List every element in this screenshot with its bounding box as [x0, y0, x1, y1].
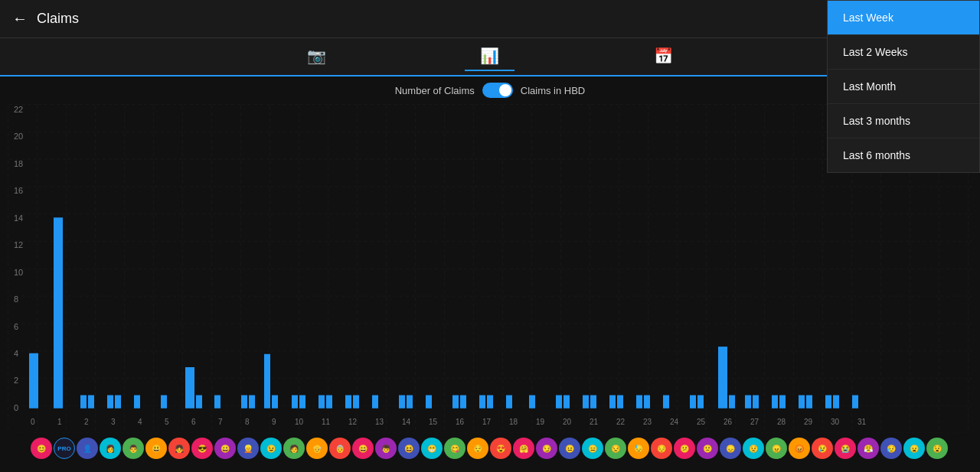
avatars-row: 😊PRO👤👩👨😃👧😎😀👱😉🧑👴👵😄👦😆😁😋😌😍🤗😏😐😑😒😓😔😕🙁😞😟😠😡😢😭😤😥…: [0, 433, 980, 464]
avatar: 😄: [352, 438, 374, 459]
svg-text:30: 30: [831, 418, 839, 426]
dropdown-item-last-3-months[interactable]: Last 3 months: [828, 104, 979, 138]
dropdown-item-last-2-weeks[interactable]: Last 2 Weeks: [828, 35, 979, 70]
svg-text:17: 17: [482, 418, 491, 426]
svg-rect-73: [487, 396, 493, 409]
toolbar-item-chart[interactable]: 📊: [465, 44, 514, 71]
avatar: 😑: [582, 438, 603, 459]
svg-rect-49: [107, 396, 113, 409]
svg-text:10: 10: [14, 267, 23, 276]
svg-rect-72: [479, 396, 485, 409]
svg-rect-95: [825, 396, 831, 409]
calendar-icon: 📅: [654, 47, 673, 65]
svg-rect-59: [272, 396, 278, 409]
svg-rect-84: [663, 396, 669, 409]
svg-text:5: 5: [165, 418, 169, 426]
svg-rect-82: [636, 396, 642, 409]
svg-text:27: 27: [750, 418, 759, 426]
svg-rect-77: [564, 396, 570, 409]
svg-text:20: 20: [563, 418, 571, 426]
svg-text:31: 31: [858, 418, 866, 426]
svg-rect-90: [753, 396, 759, 409]
avatar: 😀: [214, 438, 236, 459]
svg-text:12: 12: [14, 240, 23, 249]
svg-rect-48: [88, 396, 94, 409]
svg-rect-46: [54, 217, 63, 408]
svg-text:8: 8: [245, 418, 250, 426]
avatar: 😌: [467, 438, 488, 459]
svg-text:7: 7: [218, 418, 223, 426]
avatar: 😠: [766, 438, 787, 459]
svg-rect-62: [318, 396, 325, 409]
svg-text:12: 12: [348, 418, 357, 426]
avatar: 😐: [559, 438, 580, 459]
avatar: 😋: [444, 438, 466, 459]
svg-text:25: 25: [697, 418, 705, 426]
avatar: 😟: [743, 438, 764, 459]
dropdown-item-last-week[interactable]: Last Week: [828, 1, 979, 35]
svg-rect-50: [115, 396, 121, 409]
svg-rect-60: [292, 396, 298, 409]
toolbar-item-calendar[interactable]: 📅: [639, 44, 688, 70]
svg-rect-71: [460, 396, 466, 409]
toggle-switch[interactable]: [482, 83, 513, 98]
svg-rect-75: [529, 396, 535, 409]
svg-rect-57: [249, 396, 255, 409]
avatar: 😃: [145, 438, 167, 459]
avatar: 😞: [720, 438, 741, 459]
avatar: 🙁: [697, 438, 718, 459]
svg-rect-97: [852, 396, 858, 409]
svg-text:14: 14: [402, 418, 410, 426]
back-button[interactable]: ←: [12, 10, 28, 28]
svg-text:0: 0: [31, 418, 35, 426]
avatar: 😭: [835, 438, 856, 459]
svg-text:21: 21: [590, 418, 598, 426]
chart-icon: 📊: [480, 47, 499, 65]
avatar: 😤: [858, 438, 879, 459]
svg-text:24: 24: [670, 418, 678, 426]
avatar: 👦: [375, 438, 397, 459]
avatar: 😍: [490, 438, 511, 459]
svg-text:16: 16: [456, 418, 464, 426]
avatar: 😒: [605, 438, 626, 459]
svg-rect-65: [353, 396, 359, 409]
svg-rect-66: [372, 396, 378, 409]
dropdown-item-last-6-months[interactable]: Last 6 months: [828, 138, 979, 172]
svg-rect-94: [806, 396, 812, 409]
avatar: 😉: [260, 438, 282, 459]
svg-rect-69: [426, 396, 432, 409]
avatar: 🧑: [283, 438, 305, 459]
svg-rect-61: [299, 396, 305, 409]
avatar: 😎: [191, 438, 213, 459]
svg-text:29: 29: [804, 418, 812, 426]
svg-text:6: 6: [14, 321, 18, 330]
svg-text:10: 10: [295, 418, 303, 426]
svg-rect-91: [772, 396, 778, 409]
dropdown-item-last-month[interactable]: Last Month: [828, 70, 979, 104]
svg-text:0: 0: [14, 403, 18, 412]
svg-text:14: 14: [14, 213, 24, 222]
avatar: 😔: [651, 438, 672, 459]
toolbar-item-video[interactable]: 📷: [292, 44, 341, 70]
svg-text:1: 1: [57, 418, 62, 426]
dropdown-menu: Last WeekLast 2 WeeksLast MonthLast 3 mo…: [827, 0, 980, 173]
svg-rect-52: [161, 396, 167, 409]
svg-rect-88: [729, 396, 735, 409]
svg-rect-76: [556, 396, 562, 409]
svg-text:3: 3: [111, 418, 116, 426]
svg-text:8: 8: [14, 295, 18, 304]
svg-text:9: 9: [272, 418, 276, 426]
svg-text:23: 23: [643, 418, 652, 426]
toggle-label-left: Number of Claims: [395, 85, 475, 96]
svg-rect-55: [214, 396, 220, 409]
avatar: 😆: [398, 438, 420, 459]
avatar: 😧: [926, 438, 948, 459]
svg-rect-87: [718, 347, 727, 409]
video-icon: 📷: [307, 47, 326, 65]
avatar: 👵: [329, 438, 351, 459]
svg-rect-45: [29, 353, 38, 409]
avatar: 😢: [812, 438, 833, 459]
svg-rect-53: [185, 367, 194, 409]
svg-text:18: 18: [14, 158, 23, 168]
avatar: 😁: [421, 438, 443, 459]
